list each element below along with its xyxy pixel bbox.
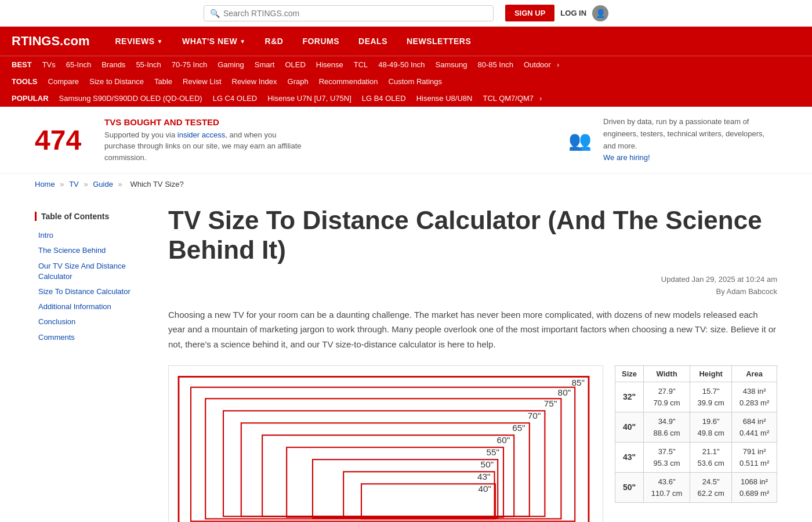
main-content: Table of Contents Intro The Science Behi… — [0, 194, 812, 522]
svg-rect-6 — [223, 411, 545, 517]
breadcrumb: Home » TV » Guide » Which TV Size? — [0, 174, 812, 194]
breadcrumb-sep-2: » — [84, 180, 90, 188]
svg-text:43": 43" — [477, 472, 491, 482]
tv-size-diagram: 85" 80" 75" 70" 65" 60" — [168, 365, 603, 522]
cell-area: 438 in²0.283 m² — [732, 382, 777, 412]
hiring-link[interactable]: We are hiring! — [603, 153, 650, 162]
subnav-8085inch[interactable]: 80-85 Inch — [473, 59, 517, 71]
popular-row: POPULAR Samsung S90D/S90DD OLED (QD-OLED… — [0, 90, 812, 107]
col-size: Size — [615, 366, 644, 382]
cell-height: 24.5"62.2 cm — [690, 473, 732, 503]
subnav-recommendation[interactable]: Recommendation — [314, 75, 383, 88]
toc-item-size-distance[interactable]: Size To Distance Calculator — [35, 284, 151, 299]
subnav-oled[interactable]: OLED — [280, 59, 310, 71]
subnav-65inch[interactable]: 65-Inch — [61, 59, 96, 71]
tv-diagram-svg: 85" 80" 75" 70" 65" 60" — [175, 372, 597, 522]
subnav-484950inch[interactable]: 48-49-50 Inch — [374, 59, 429, 71]
subnav-u7n[interactable]: Hisense U7N [U7, U75N] — [263, 92, 356, 104]
popular-label: POPULAR — [12, 94, 49, 103]
breadcrumb-home[interactable]: Home — [35, 180, 55, 188]
subnav-smart[interactable]: Smart — [250, 59, 280, 71]
banner-count: 474 — [35, 124, 81, 156]
team-icon: 👥 — [568, 129, 592, 151]
insider-access-link[interactable]: insider access — [177, 130, 225, 139]
subnav-gaming[interactable]: Gaming — [213, 59, 249, 71]
subnav-graph[interactable]: Graph — [283, 75, 313, 88]
cell-height: 15.7"39.9 cm — [690, 382, 732, 412]
nav-item-reviews[interactable]: REVIEWS ▼ — [107, 27, 171, 56]
site-logo[interactable]: RTINGS.com — [12, 34, 89, 49]
subnav-tcl-qm7[interactable]: TCL QM7/QM7 — [478, 92, 538, 104]
top-bar: 🔍 SIGN UP LOG IN 👤 — [0, 0, 812, 27]
cell-area: 791 in²0.511 m² — [732, 443, 777, 473]
cell-size: 43" — [615, 443, 644, 473]
banner-desc: Supported by you via insider access, and… — [104, 129, 307, 164]
article-title: TV Size To Distance Calculator (And The … — [168, 206, 777, 264]
breadcrumb-current: Which TV Size? — [130, 180, 183, 188]
subnav-custom-ratings[interactable]: Custom Ratings — [384, 75, 447, 88]
svg-text:50": 50" — [481, 460, 494, 470]
search-icon: 🔍 — [210, 9, 220, 18]
breadcrumb-tv[interactable]: TV — [69, 180, 79, 188]
banner-right-text: Driven by data, run by a passionate team… — [603, 116, 777, 164]
subnav-tcl[interactable]: TCL — [349, 59, 373, 71]
nav-bar: RTINGS.com REVIEWS ▼ WHAT'S NEW ▼ R&D FO… — [0, 27, 812, 56]
best-more-icon[interactable]: › — [557, 60, 559, 69]
subnav-compare[interactable]: Compare — [44, 75, 84, 88]
subnav-lgc4[interactable]: LG C4 OLED — [208, 92, 262, 104]
top-bar-right: SIGN UP LOG IN 👤 — [505, 5, 608, 21]
subnav-samsung[interactable]: Samsung — [431, 59, 472, 71]
svg-rect-4 — [205, 399, 561, 519]
banner-text-block: TVS BOUGHT AND TESTED Supported by you v… — [104, 117, 307, 164]
subnav-table[interactable]: Table — [150, 75, 177, 88]
subnav-outdoor[interactable]: Outdoor — [519, 59, 556, 71]
article-updated: Updated Jan 29, 2025 at 10:24 am — [168, 274, 777, 286]
subnav-brands[interactable]: Brands — [97, 59, 130, 71]
nav-item-whats-new[interactable]: WHAT'S NEW ▼ — [174, 27, 254, 56]
svg-text:85": 85" — [571, 378, 585, 387]
svg-text:55": 55" — [486, 448, 499, 458]
subnav-tvs[interactable]: TVs — [38, 59, 60, 71]
table-row: 50"43.6"110.7 cm24.5"62.2 cm1068 in²0.68… — [615, 473, 777, 503]
subnav-size-to-distance[interactable]: Size to Distance — [85, 75, 148, 88]
subnav-55inch[interactable]: 55-Inch — [131, 59, 165, 71]
best-label: BEST — [12, 60, 32, 69]
subnav-u8[interactable]: Hisense U8/U8N — [412, 92, 477, 104]
subnav-7075inch[interactable]: 70-75 Inch — [167, 59, 212, 71]
subnav-review-list[interactable]: Review List — [178, 75, 226, 88]
cell-width: 37.5"95.3 cm — [643, 443, 690, 473]
cell-width: 34.9"88.6 cm — [643, 412, 690, 443]
subnav-s90d[interactable]: Samsung S90D/S90DD OLED (QD-OLED) — [55, 92, 207, 104]
chevron-down-icon: ▼ — [240, 38, 245, 45]
subnav-hisense[interactable]: Hisense — [311, 59, 348, 71]
login-link[interactable]: LOG IN — [560, 9, 586, 17]
toc-item-conclusion[interactable]: Conclusion — [35, 314, 151, 329]
nav-item-forums[interactable]: FORUMS — [294, 27, 347, 56]
popular-more-icon[interactable]: › — [539, 94, 542, 103]
breadcrumb-guide[interactable]: Guide — [93, 180, 113, 188]
table-row: 43"37.5"95.3 cm21.1"53.6 cm791 in²0.511 … — [615, 443, 777, 473]
subnav-lgb4[interactable]: LG B4 OLED — [357, 92, 411, 104]
user-avatar-icon[interactable]: 👤 — [592, 5, 608, 21]
nav-item-newsletters[interactable]: NEWSLETTERS — [398, 27, 479, 56]
cell-area: 1068 in²0.689 m² — [732, 473, 777, 503]
banner: 474 TVS BOUGHT AND TESTED Supported by y… — [0, 107, 812, 174]
svg-rect-18 — [361, 484, 495, 519]
subnav-review-index[interactable]: Review Index — [227, 75, 282, 88]
search-wrapper[interactable]: 🔍 — [204, 5, 494, 21]
signup-button[interactable]: SIGN UP — [505, 5, 554, 21]
tv-size-data-table: Size Width Height Area 32"27.9"70.9 cm15… — [615, 365, 777, 503]
nav-item-deals[interactable]: DEALS — [350, 27, 396, 56]
toc-item-intro[interactable]: Intro — [35, 228, 151, 243]
toc-item-comments[interactable]: Comments — [35, 330, 151, 345]
nav-item-rd[interactable]: R&D — [257, 27, 292, 56]
sub-nav: BEST TVs 65-Inch Brands 55-Inch 70-75 In… — [0, 56, 812, 107]
cell-height: 19.6"49.8 cm — [690, 412, 732, 443]
toc-item-additional[interactable]: Additional Information — [35, 299, 151, 314]
toc-item-calculator[interactable]: Our TV Size And Distance Calculator — [35, 259, 151, 284]
toc-item-science[interactable]: The Science Behind — [35, 243, 151, 258]
svg-rect-16 — [343, 472, 494, 519]
search-input[interactable] — [223, 9, 487, 18]
article: TV Size To Distance Calculator (And The … — [168, 206, 777, 522]
article-author: By Adam Babcock — [168, 286, 777, 298]
